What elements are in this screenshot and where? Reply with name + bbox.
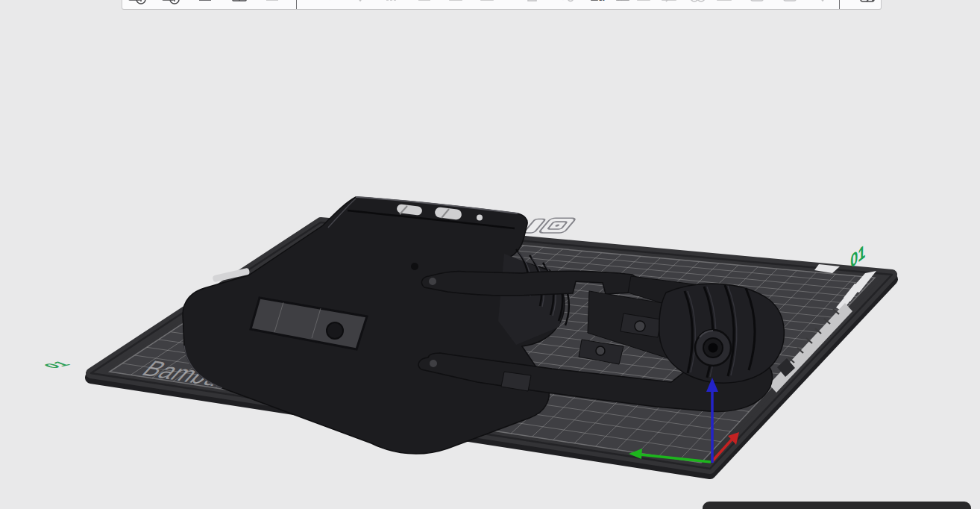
fuzzy-skin-icon[interactable] [714,0,734,9]
seam-icon[interactable] [556,0,575,9]
plate-number-label-flat: 01 [39,360,74,369]
text-tool-icon[interactable]: a [589,0,609,9]
scale-icon[interactable] [382,0,401,9]
arrange-icon[interactable] [230,0,249,9]
svg-text:a: a [598,0,605,3]
bottom-panel-edge[interactable] [703,502,971,509]
main-toolbar: a [122,0,882,10]
lay-flat-icon[interactable] [415,0,434,9]
assembly-view-icon[interactable] [858,0,877,9]
toolbar-separator [296,0,297,9]
flatten-icon[interactable] [263,0,282,9]
rotate-icon[interactable] [351,0,370,9]
support-icon[interactable] [522,0,541,9]
hatch-paint-icon[interactable] [613,0,632,9]
auto-orient-icon[interactable] [195,0,215,9]
split-icon[interactable] [659,0,679,9]
mesh-edit-icon[interactable] [477,0,497,9]
app-window: { "window": { "background_color": "#e9e9… [0,0,980,509]
link-parts-icon[interactable] [688,0,707,9]
timelapse-icon[interactable] [747,0,767,9]
variable-layer-icon[interactable] [780,0,800,9]
cut-icon[interactable] [446,0,465,9]
pattern-icon[interactable] [634,0,653,9]
toolbar-separator [839,0,840,9]
move-icon[interactable] [321,0,340,9]
model-phone-case[interactable] [183,197,569,454]
measure-icon[interactable] [813,0,832,9]
add-object-icon[interactable] [160,0,180,9]
viewport-3d[interactable]: Bambu Textured PEI Plate 01 01 [0,0,980,509]
add-plate-icon[interactable] [127,0,146,9]
